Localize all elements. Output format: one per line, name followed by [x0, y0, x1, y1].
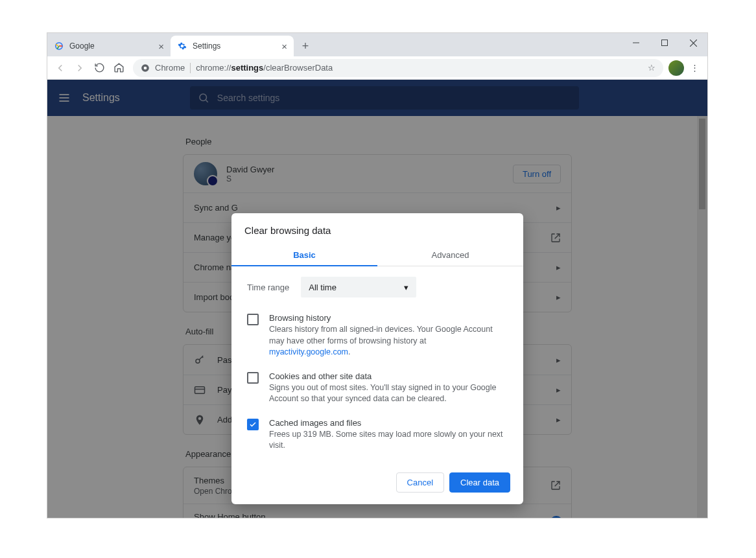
- close-window-button[interactable]: [679, 33, 707, 52]
- profile-avatar[interactable]: [668, 60, 684, 76]
- clear-browsing-data-dialog: Clear browsing data Basic Advanced Time …: [231, 213, 523, 504]
- forward-button[interactable]: [71, 59, 89, 77]
- chevron-down-icon: ▾: [404, 283, 408, 292]
- omnibox-divider: [190, 63, 191, 73]
- new-tab-button[interactable]: +: [296, 37, 314, 55]
- myactivity-link[interactable]: myactivity.google.com: [269, 347, 348, 356]
- tab-basic[interactable]: Basic: [231, 245, 377, 266]
- url-text: chrome://settings/clearBrowserData: [196, 63, 333, 73]
- address-bar: Chrome chrome://settings/clearBrowserDat…: [47, 56, 707, 80]
- tab-title: Google: [69, 41, 153, 51]
- cancel-button[interactable]: Cancel: [396, 472, 444, 493]
- dialog-tabs: Basic Advanced: [231, 245, 523, 266]
- google-favicon-icon: [54, 41, 64, 51]
- content-area: Settings People David Gwyer S: [47, 80, 707, 518]
- option-desc: Frees up 319 MB. Some sites may load mor…: [269, 429, 508, 452]
- tab-advanced[interactable]: Advanced: [377, 245, 523, 266]
- option-title: Cookies and other site data: [269, 371, 508, 381]
- checkbox-browsing-history[interactable]: [247, 314, 259, 325]
- tab-google[interactable]: Google ×: [47, 36, 171, 56]
- modal-overlay: Clear browsing data Basic Advanced Time …: [47, 80, 707, 518]
- option-cookies: Cookies and other site data Signs you ou…: [247, 365, 508, 412]
- time-range-value: All time: [309, 283, 337, 292]
- settings-favicon-icon: [177, 41, 187, 51]
- chrome-icon: [141, 64, 150, 73]
- close-tab-icon[interactable]: ×: [281, 41, 287, 52]
- option-title: Browsing history: [269, 313, 508, 323]
- option-cached: Cached images and files Frees up 319 MB.…: [247, 412, 508, 458]
- browser-window: Google × Settings × +: [47, 32, 708, 518]
- home-button[interactable]: [110, 59, 128, 77]
- tab-settings[interactable]: Settings ×: [171, 36, 294, 56]
- chrome-label: Chrome: [155, 63, 185, 73]
- time-range-label: Time range: [247, 283, 289, 292]
- omnibox[interactable]: Chrome chrome://settings/clearBrowserDat…: [133, 59, 663, 77]
- minimize-button[interactable]: [622, 33, 650, 52]
- bookmark-star-icon[interactable]: ☆: [648, 63, 656, 73]
- checkbox-cookies[interactable]: [247, 372, 259, 384]
- close-tab-icon[interactable]: ×: [158, 41, 164, 52]
- time-range-row: Time range All time ▾: [247, 277, 508, 297]
- option-title: Cached images and files: [269, 418, 508, 428]
- maximize-button[interactable]: [650, 33, 679, 52]
- dialog-title: Clear browsing data: [231, 213, 523, 245]
- svg-point-6: [144, 66, 147, 69]
- tab-title: Settings: [193, 41, 276, 51]
- clear-data-button[interactable]: Clear data: [449, 472, 510, 493]
- window-controls: [622, 33, 707, 52]
- reload-button[interactable]: [90, 59, 108, 77]
- back-button[interactable]: [51, 59, 69, 77]
- menu-button[interactable]: ⋮: [685, 59, 703, 77]
- checkbox-cached[interactable]: [247, 419, 259, 430]
- tab-strip: Google × Settings × +: [47, 33, 707, 56]
- svg-rect-2: [662, 40, 668, 46]
- option-desc: Clears history from all signed-in device…: [269, 324, 508, 358]
- option-desc: Signs you out of most sites. You'll stay…: [269, 382, 508, 405]
- option-browsing-history: Browsing history Clears history from all…: [247, 307, 508, 365]
- time-range-select[interactable]: All time ▾: [301, 277, 416, 297]
